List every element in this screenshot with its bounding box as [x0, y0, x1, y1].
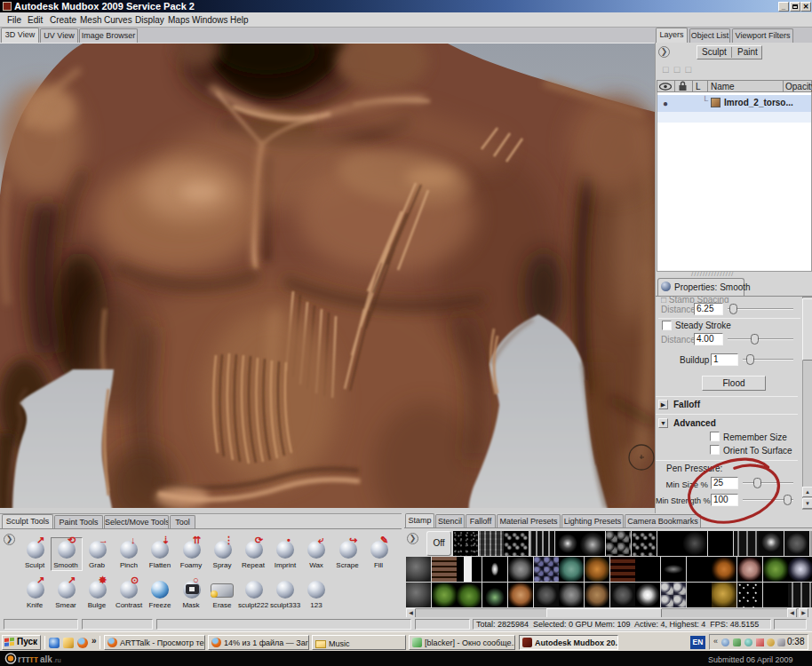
svg-text:.ru: .ru: [53, 656, 61, 664]
svg-text:тт: тт: [29, 654, 38, 664]
svg-text:rтт: rтт: [18, 654, 30, 664]
svg-text:alk: alk: [40, 654, 52, 664]
